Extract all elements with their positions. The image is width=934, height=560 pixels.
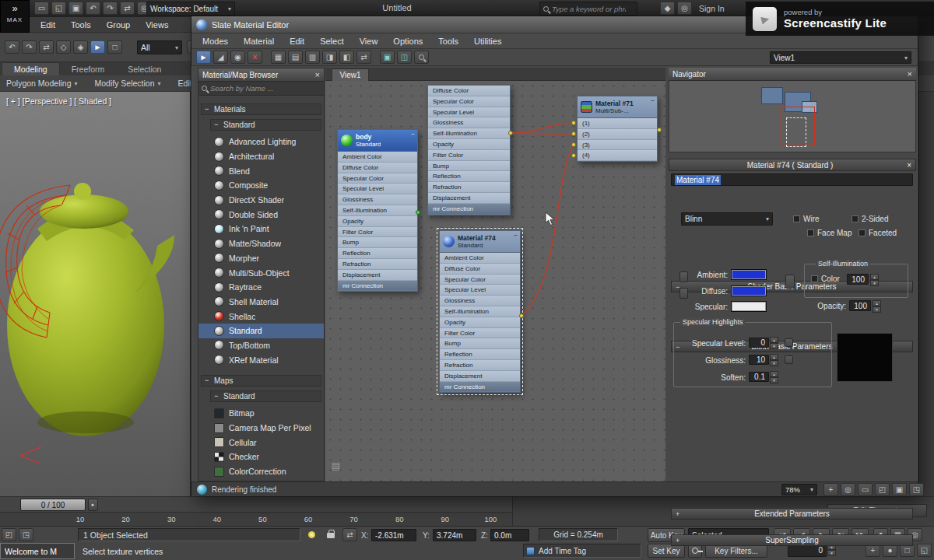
rollout-extended-parameters[interactable]: +Extended Parameters	[671, 508, 913, 520]
node-canvas[interactable]: Diffuse ColorSpecular ColorSpecular Leve…	[325, 81, 665, 481]
specular-swatch[interactable]	[731, 301, 767, 312]
opacity-spinner[interactable]: ▴▾	[873, 300, 881, 312]
map-shortcut-button[interactable]	[785, 275, 795, 289]
slot-opacity[interactable]: Opacity	[428, 139, 510, 150]
map-shortcut-button[interactable]	[785, 355, 793, 364]
browser-group-standard[interactable]: Standard	[210, 119, 321, 131]
browser-item[interactable]: Shellac	[198, 309, 324, 324]
browser-group-standard[interactable]: Standard	[210, 390, 321, 402]
browser-item[interactable]: Standard	[198, 324, 324, 338]
browser-group-materials[interactable]: Materials	[201, 103, 321, 115]
slot--2-[interactable]: (2)	[578, 129, 657, 140]
absolute-mode-icon[interactable]: ⇄	[342, 528, 357, 541]
menu-select[interactable]: Select	[312, 37, 352, 46]
menu-view[interactable]: View	[352, 37, 386, 46]
slot-opacity[interactable]: Opacity	[338, 216, 417, 227]
rect-select-icon[interactable]: □	[107, 40, 122, 54]
max-application-button[interactable]: » MAX	[0, 0, 30, 33]
menu-modes[interactable]: Modes	[195, 37, 236, 46]
input-socket-1[interactable]	[571, 121, 576, 125]
node-header[interactable]: bodyStandard −	[338, 130, 417, 152]
browser-item[interactable]: Architectural	[198, 149, 324, 164]
soften-value[interactable]: 0.1	[749, 372, 769, 382]
browser-search-input[interactable]	[210, 84, 302, 93]
diam-icon[interactable]: ◇	[56, 40, 71, 54]
node-material-partial[interactable]: Diffuse ColorSpecular ColorSpecular Leve…	[427, 85, 511, 215]
slot-mr-connection[interactable]: mr Connection	[338, 281, 417, 292]
slot-ambient-color[interactable]: Ambient Color	[338, 152, 417, 163]
slot-glossiness[interactable]: Glossiness	[338, 194, 417, 205]
ribbon-modify-selection[interactable]: Modify Selection	[95, 79, 161, 88]
checker-sm-icon[interactable]: ▤	[288, 51, 303, 64]
menu-utilities[interactable]: Utilities	[466, 37, 509, 46]
menu-tools[interactable]: Tools	[63, 20, 99, 30]
delete-icon[interactable]: ×	[248, 51, 262, 64]
input-socket-2[interactable]	[571, 131, 576, 136]
menu-editor-edit[interactable]: Edit	[282, 37, 312, 46]
slot-opacity[interactable]: Opacity	[440, 317, 520, 328]
selection-lock-icon[interactable]	[327, 533, 335, 538]
slot-reflection[interactable]: Reflection	[338, 248, 417, 259]
checkbox-icon[interactable]	[811, 275, 818, 282]
selection-filter-dropdown[interactable]: All	[137, 40, 182, 54]
slot-diffuse-color[interactable]: Diffuse Color	[440, 264, 520, 275]
slot-mr-connection[interactable]: mr Connection	[440, 382, 520, 393]
browser-item[interactable]: Morpher	[198, 251, 324, 266]
node-header[interactable]: Material #74Standard −	[440, 231, 520, 253]
help-icon[interactable]: ◎	[677, 2, 692, 15]
self-illum-value[interactable]: 100	[847, 274, 869, 285]
slot-bump[interactable]: Bump	[440, 338, 520, 349]
sign-in-link[interactable]: Sign In	[699, 4, 725, 13]
navigator-minimap[interactable]	[669, 81, 916, 152]
slot-self-illumination[interactable]: Self-Illumination	[428, 128, 510, 139]
self-illum-spinner[interactable]: ▴▾	[870, 274, 879, 285]
menu-material[interactable]: Material	[236, 37, 282, 46]
tab-selection[interactable]: Selection	[116, 63, 173, 76]
wire-checkbox[interactable]: Wire	[793, 215, 820, 223]
menu-views[interactable]: Views	[138, 20, 176, 30]
fit-icon[interactable]: ◰	[875, 483, 890, 496]
soften-spinner[interactable]: ▴▾	[770, 371, 778, 383]
slot-refraction[interactable]: Refraction	[428, 182, 510, 193]
node-header[interactable]: Material #71Multi/Sub-... −	[578, 96, 657, 118]
z-coordinate-field[interactable]: 0.0m	[490, 529, 529, 541]
zoom-reg-icon[interactable]: ▭	[858, 483, 873, 496]
specular-level-spinner[interactable]: ▴▾	[770, 337, 778, 348]
shader-type-dropdown[interactable]: Blinn	[681, 212, 773, 226]
slot-displacement[interactable]: Displacement	[338, 270, 417, 281]
checkbox-icon[interactable]	[859, 229, 866, 236]
mini-a-icon[interactable]: ◰	[2, 528, 16, 541]
browser-item[interactable]: Advanced Lighting	[198, 135, 324, 149]
slot-displacement[interactable]: Displacement	[440, 371, 520, 382]
light-icon[interactable]	[308, 531, 315, 538]
faceted-checkbox[interactable]: Faceted	[859, 229, 897, 237]
navigator-close-icon[interactable]: ×	[908, 69, 912, 79]
parameters-header[interactable]: Material #74 ( Standard ) ×	[669, 159, 916, 171]
redo-icon[interactable]: ↷	[103, 2, 118, 15]
slot-refraction[interactable]: Refraction	[338, 259, 417, 270]
browser-item[interactable]: DirectX Shader	[198, 193, 324, 208]
menu-options[interactable]: Options	[385, 37, 430, 46]
pan-icon[interactable]: +	[823, 483, 838, 496]
slot-self-illumination[interactable]: Self-Illumination	[440, 306, 520, 317]
show-grid-icon[interactable]: ▣	[380, 51, 395, 64]
slot-filter-color[interactable]: Filter Color	[440, 328, 520, 339]
slot--4-[interactable]: (4)	[578, 150, 657, 161]
mini-b-icon[interactable]: ◳	[19, 528, 33, 541]
slot-glossiness[interactable]: Glossiness	[428, 117, 510, 128]
map-shortcut-button[interactable]	[785, 338, 793, 347]
two-sided-checkbox[interactable]: 2-Sided	[851, 215, 888, 223]
input-socket-3[interactable]	[571, 142, 576, 147]
slot-diffuse-color[interactable]: Diffuse Color	[428, 86, 510, 96]
zoom-level-dropdown[interactable]: 78%	[781, 484, 817, 495]
checkbox-icon[interactable]	[851, 215, 859, 222]
browser-close-icon[interactable]: ×	[315, 70, 320, 79]
slot-specular-level[interactable]: Specular Level	[338, 184, 417, 194]
parameters-close-icon[interactable]: ×	[907, 161, 911, 170]
node-body-standard[interactable]: bodyStandard − Ambient ColorDiffuse Colo…	[337, 129, 418, 292]
browser-item[interactable]: Top/Bottom	[198, 338, 324, 353]
x-coordinate-field[interactable]: -2.631m	[371, 529, 416, 541]
m74-output-socket[interactable]	[519, 313, 524, 318]
browser-item[interactable]: Bitmap	[198, 406, 324, 421]
search-input[interactable]	[552, 5, 626, 13]
